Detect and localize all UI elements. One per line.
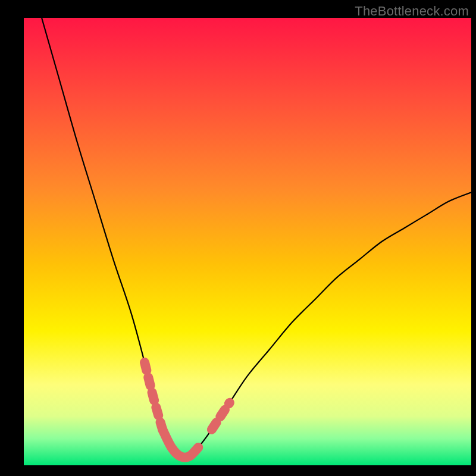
plot-area bbox=[24, 18, 471, 465]
gradient-background bbox=[24, 18, 471, 465]
watermark-text: TheBottleneck.com bbox=[355, 4, 469, 19]
chart-container: TheBottleneck.com bbox=[0, 0, 476, 476]
chart-svg bbox=[24, 18, 471, 465]
